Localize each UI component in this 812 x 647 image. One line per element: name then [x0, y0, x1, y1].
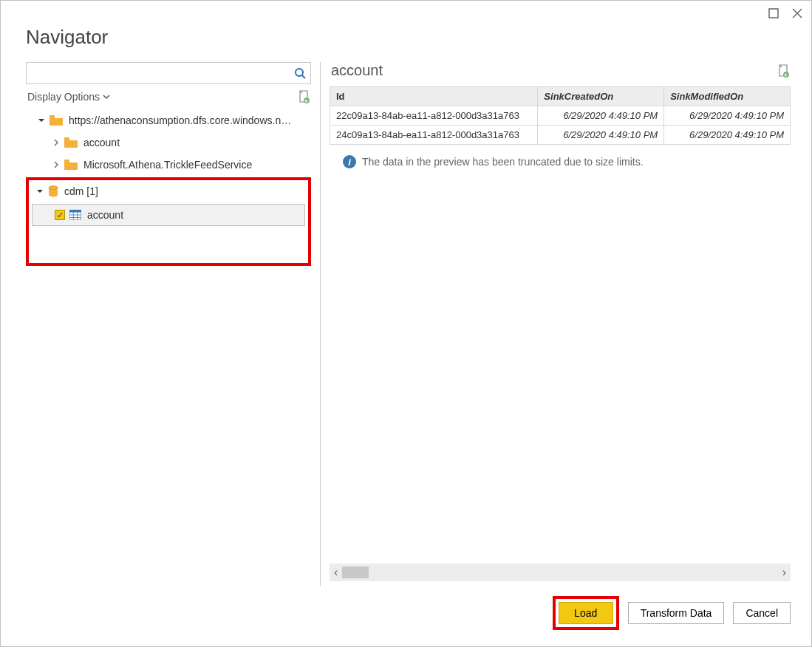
expander-expand-icon[interactable]	[52, 139, 60, 146]
tree-label: account	[83, 137, 120, 148]
load-button[interactable]: Load	[559, 602, 613, 624]
svg-point-17	[784, 72, 788, 76]
svg-rect-0	[769, 9, 778, 18]
display-options-dropdown[interactable]: Display Options	[27, 91, 110, 103]
svg-point-5	[304, 98, 309, 103]
search-box[interactable]	[26, 62, 311, 84]
database-icon	[48, 185, 58, 197]
chevron-down-icon	[103, 93, 110, 100]
info-message-row: i The data in the preview has been trunc…	[330, 155, 791, 168]
table-row[interactable]: 24c09a13-84ab-ea11-a812-000d3a31a763 6/2…	[330, 126, 791, 145]
table-icon	[69, 210, 81, 220]
svg-rect-7	[64, 137, 69, 140]
preview-header: account	[330, 62, 791, 86]
horizontal-scrollbar[interactable]: ‹ ›	[330, 564, 791, 581]
search-input[interactable]	[31, 66, 294, 80]
folder-icon	[64, 160, 78, 170]
scroll-thumb[interactable]	[342, 566, 369, 578]
tree-label: cdm [1]	[64, 185, 98, 197]
display-options-row: Display Options	[26, 90, 311, 103]
tree-root-label: https://athenaconsumption.dfs.core.windo…	[69, 114, 291, 126]
titlebar	[1, 1, 811, 21]
tree-label: account	[87, 209, 123, 221]
svg-rect-6	[50, 115, 55, 117]
preview-pane: account Id SinkCreatedOn SinkModifiedOn	[330, 62, 791, 586]
navigator-tree: https://athenaconsumption.dfs.core.windo…	[26, 109, 311, 266]
expander-collapse-icon[interactable]	[38, 117, 45, 124]
cell-modified: 6/29/2020 4:49:10 PM	[664, 126, 791, 145]
scroll-left-icon[interactable]: ‹	[334, 566, 338, 579]
svg-rect-12	[69, 210, 81, 213]
tree-label: Microsoft.Athena.TrickleFeedService	[83, 159, 252, 171]
cell-created: 6/29/2020 4:49:10 PM	[538, 106, 664, 126]
close-icon[interactable]	[792, 8, 802, 18]
expander-collapse-icon[interactable]	[36, 188, 44, 195]
column-header-sinkcreatedon[interactable]: SinkCreatedOn	[538, 87, 664, 106]
cancel-button[interactable]: Cancel	[733, 602, 791, 624]
scroll-right-icon[interactable]: ›	[782, 566, 786, 579]
navigator-left-pane: Display Options	[26, 62, 311, 586]
preview-table: Id SinkCreatedOn SinkModifiedOn 22c09a13…	[330, 86, 791, 145]
preview-refresh-icon[interactable]	[777, 64, 789, 78]
column-header-id[interactable]: Id	[330, 87, 538, 106]
tree-item-account-table[interactable]: ✓ account	[32, 204, 305, 226]
column-header-sinkmodifiedon[interactable]: SinkModifiedOn	[664, 87, 791, 106]
vertical-divider	[320, 62, 321, 586]
preview-title: account	[331, 62, 383, 79]
svg-rect-8	[64, 160, 69, 162]
svg-line-4	[302, 75, 305, 78]
folder-icon	[50, 115, 63, 126]
tree-item-cdm-db[interactable]: cdm [1]	[29, 180, 308, 202]
tree-root-row[interactable]: https://athenaconsumption.dfs.core.windo…	[26, 109, 311, 131]
table-row[interactable]: 22c09a13-84ab-ea11-a812-000d3a31a763 6/2…	[330, 106, 791, 126]
tree-item-tricklefeed-folder[interactable]: Microsoft.Athena.TrickleFeedService	[26, 154, 311, 176]
scroll-track[interactable]	[342, 564, 777, 581]
expander-expand-icon[interactable]	[52, 161, 60, 168]
refresh-icon[interactable]	[298, 90, 310, 103]
checkbox-checked[interactable]: ✓	[55, 210, 65, 220]
cell-created: 6/29/2020 4:49:10 PM	[538, 126, 664, 145]
info-icon: i	[343, 155, 356, 168]
annotation-highlight-load: Load	[553, 596, 619, 630]
dialog-title: Navigator	[1, 21, 811, 62]
cell-id: 24c09a13-84ab-ea11-a812-000d3a31a763	[330, 126, 538, 145]
svg-point-3	[296, 69, 303, 76]
maximize-icon[interactable]	[768, 8, 779, 18]
navigator-dialog: Navigator Display Options	[0, 0, 812, 647]
body-area: Display Options	[1, 62, 811, 586]
annotation-highlight-cdm: cdm [1] ✓	[26, 177, 311, 266]
info-message-text: The data in the preview has been truncat…	[362, 156, 644, 168]
tree-item-account-folder[interactable]: account	[26, 131, 311, 154]
table-header-row: Id SinkCreatedOn SinkModifiedOn	[330, 87, 791, 106]
dialog-footer: Load Transform Data Cancel	[1, 586, 811, 646]
display-options-label: Display Options	[27, 91, 100, 103]
cell-modified: 6/29/2020 4:49:10 PM	[664, 106, 791, 126]
search-icon[interactable]	[294, 67, 306, 79]
cell-id: 22c09a13-84ab-ea11-a812-000d3a31a763	[330, 106, 538, 126]
folder-icon	[64, 137, 78, 148]
transform-data-button[interactable]: Transform Data	[628, 602, 725, 624]
